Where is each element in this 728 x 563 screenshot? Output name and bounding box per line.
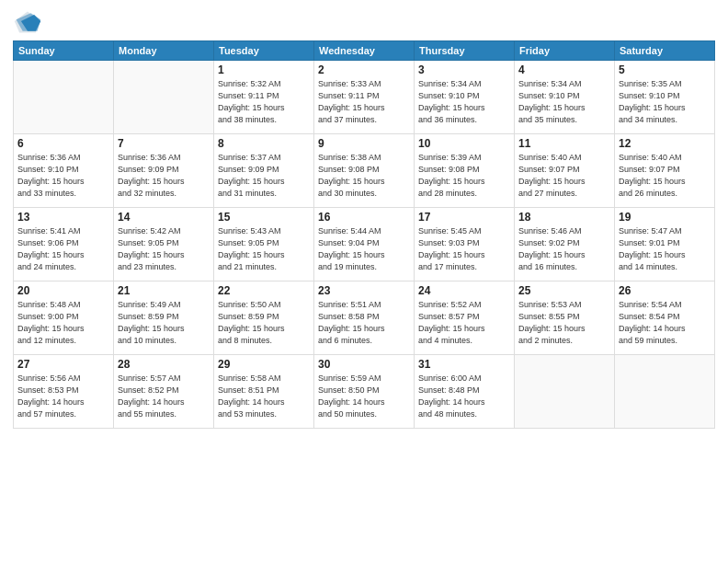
page: SundayMondayTuesdayWednesdayThursdayFrid… xyxy=(0,0,728,563)
calendar-week-row: 6Sunrise: 5:36 AM Sunset: 9:10 PM Daylig… xyxy=(14,134,715,208)
calendar-week-row: 20Sunrise: 5:48 AM Sunset: 9:00 PM Dayli… xyxy=(14,282,715,355)
day-info: Sunrise: 5:41 AM Sunset: 9:06 PM Dayligh… xyxy=(17,225,109,273)
calendar-header-row: SundayMondayTuesdayWednesdayThursdayFrid… xyxy=(14,41,715,61)
calendar-day-cell: 20Sunrise: 5:48 AM Sunset: 9:00 PM Dayli… xyxy=(14,282,114,355)
day-info: Sunrise: 5:37 AM Sunset: 9:09 PM Dayligh… xyxy=(218,152,310,200)
day-number: 4 xyxy=(518,63,610,76)
day-number: 26 xyxy=(619,284,711,297)
calendar-day-cell: 13Sunrise: 5:41 AM Sunset: 9:06 PM Dayli… xyxy=(14,208,114,282)
calendar-day-cell: 4Sunrise: 5:34 AM Sunset: 9:10 PM Daylig… xyxy=(515,61,615,134)
calendar-day-cell: 1Sunrise: 5:32 AM Sunset: 9:11 PM Daylig… xyxy=(214,61,314,134)
header xyxy=(13,9,715,35)
calendar-weekday-header: Tuesday xyxy=(214,41,314,61)
calendar-day-cell xyxy=(615,355,715,429)
calendar-weekday-header: Thursday xyxy=(415,41,515,61)
calendar-day-cell: 9Sunrise: 5:38 AM Sunset: 9:08 PM Daylig… xyxy=(314,134,415,208)
day-number: 10 xyxy=(418,137,510,150)
calendar-day-cell: 7Sunrise: 5:36 AM Sunset: 9:09 PM Daylig… xyxy=(114,134,214,208)
day-number: 6 xyxy=(17,137,109,150)
day-info: Sunrise: 5:34 AM Sunset: 9:10 PM Dayligh… xyxy=(518,78,610,126)
day-info: Sunrise: 5:35 AM Sunset: 9:10 PM Dayligh… xyxy=(619,78,711,126)
day-number: 9 xyxy=(318,137,410,150)
day-info: Sunrise: 5:46 AM Sunset: 9:02 PM Dayligh… xyxy=(518,225,610,273)
calendar-day-cell: 17Sunrise: 5:45 AM Sunset: 9:03 PM Dayli… xyxy=(415,208,515,282)
day-number: 1 xyxy=(218,63,310,76)
calendar-day-cell: 21Sunrise: 5:49 AM Sunset: 8:59 PM Dayli… xyxy=(114,282,214,355)
day-number: 18 xyxy=(518,211,610,224)
day-info: Sunrise: 5:39 AM Sunset: 9:08 PM Dayligh… xyxy=(418,152,510,200)
calendar-body: 1Sunrise: 5:32 AM Sunset: 9:11 PM Daylig… xyxy=(14,61,715,429)
calendar-day-cell: 14Sunrise: 5:42 AM Sunset: 9:05 PM Dayli… xyxy=(114,208,214,282)
day-number: 23 xyxy=(318,284,410,297)
day-number: 28 xyxy=(118,358,210,371)
day-number: 20 xyxy=(17,284,109,297)
calendar-day-cell: 16Sunrise: 5:44 AM Sunset: 9:04 PM Dayli… xyxy=(314,208,415,282)
logo xyxy=(13,9,46,35)
day-info: Sunrise: 5:44 AM Sunset: 9:04 PM Dayligh… xyxy=(318,225,410,273)
day-number: 29 xyxy=(218,358,310,371)
day-info: Sunrise: 5:38 AM Sunset: 9:08 PM Dayligh… xyxy=(318,152,410,200)
day-number: 15 xyxy=(218,211,310,224)
day-info: Sunrise: 5:34 AM Sunset: 9:10 PM Dayligh… xyxy=(418,78,510,126)
day-number: 31 xyxy=(418,358,510,371)
day-info: Sunrise: 5:56 AM Sunset: 8:53 PM Dayligh… xyxy=(17,373,109,420)
calendar-day-cell: 22Sunrise: 5:50 AM Sunset: 8:59 PM Dayli… xyxy=(214,282,314,355)
calendar-day-cell xyxy=(515,355,615,429)
day-info: Sunrise: 5:32 AM Sunset: 9:11 PM Dayligh… xyxy=(218,78,310,126)
day-info: Sunrise: 5:50 AM Sunset: 8:59 PM Dayligh… xyxy=(218,299,310,347)
day-number: 7 xyxy=(118,137,210,150)
day-number: 14 xyxy=(118,211,210,224)
logo-icon xyxy=(13,9,42,35)
calendar-day-cell: 29Sunrise: 5:58 AM Sunset: 8:51 PM Dayli… xyxy=(214,355,314,429)
day-info: Sunrise: 5:51 AM Sunset: 8:58 PM Dayligh… xyxy=(318,299,410,347)
calendar-week-row: 27Sunrise: 5:56 AM Sunset: 8:53 PM Dayli… xyxy=(14,355,715,429)
calendar-week-row: 13Sunrise: 5:41 AM Sunset: 9:06 PM Dayli… xyxy=(14,208,715,282)
calendar-day-cell: 15Sunrise: 5:43 AM Sunset: 9:05 PM Dayli… xyxy=(214,208,314,282)
calendar-day-cell: 27Sunrise: 5:56 AM Sunset: 8:53 PM Dayli… xyxy=(14,355,114,429)
day-number: 25 xyxy=(518,284,610,297)
calendar-day-cell: 26Sunrise: 5:54 AM Sunset: 8:54 PM Dayli… xyxy=(615,282,715,355)
day-number: 19 xyxy=(619,211,711,224)
day-number: 27 xyxy=(17,358,109,371)
day-number: 21 xyxy=(118,284,210,297)
day-info: Sunrise: 5:49 AM Sunset: 8:59 PM Dayligh… xyxy=(118,299,210,347)
day-info: Sunrise: 6:00 AM Sunset: 8:48 PM Dayligh… xyxy=(418,373,510,420)
day-number: 12 xyxy=(619,137,711,150)
day-info: Sunrise: 5:45 AM Sunset: 9:03 PM Dayligh… xyxy=(418,225,510,273)
calendar-day-cell: 24Sunrise: 5:52 AM Sunset: 8:57 PM Dayli… xyxy=(415,282,515,355)
day-info: Sunrise: 5:48 AM Sunset: 9:00 PM Dayligh… xyxy=(17,299,109,347)
calendar-day-cell: 18Sunrise: 5:46 AM Sunset: 9:02 PM Dayli… xyxy=(515,208,615,282)
day-info: Sunrise: 5:54 AM Sunset: 8:54 PM Dayligh… xyxy=(619,299,711,347)
day-number: 22 xyxy=(218,284,310,297)
calendar-day-cell: 28Sunrise: 5:57 AM Sunset: 8:52 PM Dayli… xyxy=(114,355,214,429)
calendar-weekday-header: Friday xyxy=(515,41,615,61)
day-info: Sunrise: 5:59 AM Sunset: 8:50 PM Dayligh… xyxy=(318,373,410,420)
day-info: Sunrise: 5:40 AM Sunset: 9:07 PM Dayligh… xyxy=(619,152,711,200)
day-number: 5 xyxy=(619,63,711,76)
day-number: 11 xyxy=(518,137,610,150)
day-info: Sunrise: 5:43 AM Sunset: 9:05 PM Dayligh… xyxy=(218,225,310,273)
calendar-day-cell: 12Sunrise: 5:40 AM Sunset: 9:07 PM Dayli… xyxy=(615,134,715,208)
day-number: 8 xyxy=(218,137,310,150)
day-number: 13 xyxy=(17,211,109,224)
day-info: Sunrise: 5:42 AM Sunset: 9:05 PM Dayligh… xyxy=(118,225,210,273)
day-info: Sunrise: 5:36 AM Sunset: 9:10 PM Dayligh… xyxy=(17,152,109,200)
day-number: 24 xyxy=(418,284,510,297)
calendar-day-cell: 2Sunrise: 5:33 AM Sunset: 9:11 PM Daylig… xyxy=(314,61,415,134)
calendar-day-cell: 30Sunrise: 5:59 AM Sunset: 8:50 PM Dayli… xyxy=(314,355,415,429)
calendar-day-cell xyxy=(114,61,214,134)
calendar-day-cell: 25Sunrise: 5:53 AM Sunset: 8:55 PM Dayli… xyxy=(515,282,615,355)
calendar-table: SundayMondayTuesdayWednesdayThursdayFrid… xyxy=(13,40,715,429)
calendar-week-row: 1Sunrise: 5:32 AM Sunset: 9:11 PM Daylig… xyxy=(14,61,715,134)
day-number: 17 xyxy=(418,211,510,224)
day-info: Sunrise: 5:52 AM Sunset: 8:57 PM Dayligh… xyxy=(418,299,510,347)
day-number: 30 xyxy=(318,358,410,371)
day-info: Sunrise: 5:57 AM Sunset: 8:52 PM Dayligh… xyxy=(118,373,210,420)
calendar-day-cell: 31Sunrise: 6:00 AM Sunset: 8:48 PM Dayli… xyxy=(415,355,515,429)
calendar-day-cell: 11Sunrise: 5:40 AM Sunset: 9:07 PM Dayli… xyxy=(515,134,615,208)
calendar-day-cell: 6Sunrise: 5:36 AM Sunset: 9:10 PM Daylig… xyxy=(14,134,114,208)
calendar-day-cell: 23Sunrise: 5:51 AM Sunset: 8:58 PM Dayli… xyxy=(314,282,415,355)
calendar-day-cell: 3Sunrise: 5:34 AM Sunset: 9:10 PM Daylig… xyxy=(415,61,515,134)
day-info: Sunrise: 5:58 AM Sunset: 8:51 PM Dayligh… xyxy=(218,373,310,420)
day-info: Sunrise: 5:33 AM Sunset: 9:11 PM Dayligh… xyxy=(318,78,410,126)
